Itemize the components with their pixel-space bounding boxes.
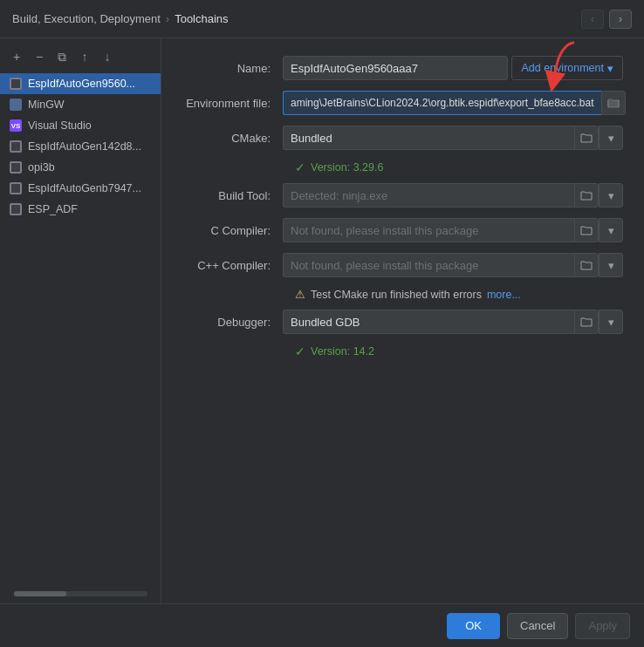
cpp-compiler-row: C++ Compiler: Not found, please install … <box>182 253 623 277</box>
add-toolchain-button[interactable]: + <box>7 47 26 66</box>
cmake-label: CMake: <box>182 132 283 145</box>
debugger-select-container: Bundled GDB ▾ <box>283 310 623 334</box>
vs-icon: VS <box>9 119 23 133</box>
env-file-row: Environment file: aming\JetBrains\CLion2… <box>182 91 623 115</box>
cmake-error-more-link[interactable]: more... <box>487 289 521 301</box>
name-field-container: Add environment ▾ <box>283 56 623 80</box>
env-file-folder-button[interactable] <box>601 91 626 115</box>
c-compiler-row: C Compiler: Not found, please install th… <box>182 218 623 242</box>
ok-button[interactable]: OK <box>447 613 500 639</box>
cpp-compiler-label: C++ Compiler: <box>182 259 283 272</box>
apply-button[interactable]: Apply <box>575 613 630 639</box>
debugger-version-row: ✓ Version: 14.2 <box>182 344 623 358</box>
back-button[interactable]: ‹ <box>581 10 604 29</box>
cancel-button[interactable]: Cancel <box>507 613 568 639</box>
build-tool-label: Build Tool: <box>182 189 283 202</box>
cmake-dropdown-button[interactable]: ▾ <box>599 126 623 150</box>
cmake-row: CMake: Bundled ▾ <box>182 126 623 150</box>
cmake-field-container: Bundled ▾ <box>283 126 623 150</box>
env-file-field-container: aming\JetBrains\CLion2024.2\org.btik.esp… <box>283 91 626 115</box>
env-file-label: Environment file: <box>182 97 283 110</box>
sidebar: + − ⧉ ↑ ↓ EspIdfAutoGen9560... <box>0 38 161 603</box>
forward-button[interactable]: › <box>609 10 632 29</box>
toolchain-icon-5 <box>9 202 23 216</box>
sidebar-toolbar: + − ⧉ ↑ ↓ <box>0 44 161 73</box>
sidebar-item-esp-adf[interactable]: ESP_ADF <box>0 199 161 220</box>
title-bar: Build, Execution, Deployment › Toolchain… <box>0 0 644 38</box>
build-tool-dropdown-button[interactable]: ▾ <box>599 183 623 208</box>
move-down-button[interactable]: ↓ <box>98 47 117 66</box>
build-tool-row: Build Tool: Detected: ninja.exe ▾ <box>182 183 623 208</box>
debugger-version-text: Version: 14.2 <box>311 345 374 358</box>
cmake-value[interactable]: Bundled <box>283 126 574 150</box>
sidebar-item-mingw[interactable]: MinGW <box>0 94 161 115</box>
cpp-compiler-select-container: Not found, please install this package ▾ <box>283 253 623 277</box>
cmake-error-text: Test CMake run finished with errors <box>311 289 482 301</box>
remove-toolchain-button[interactable]: − <box>30 47 49 66</box>
debugger-label: Debugger: <box>182 316 283 329</box>
cpp-compiler-value[interactable]: Not found, please install this package <box>283 253 574 277</box>
sidebar-item-espidf2[interactable]: EspIdfAutoGen142d8... <box>0 136 161 157</box>
debugger-version-check-icon: ✓ <box>295 344 305 358</box>
copy-toolchain-button[interactable]: ⧉ <box>52 47 72 66</box>
c-compiler-label: C Compiler: <box>182 224 283 237</box>
cmake-version-check-icon: ✓ <box>295 160 305 174</box>
build-tool-field-container: Detected: ninja.exe ▾ <box>283 183 623 208</box>
debugger-dropdown-button[interactable]: ▾ <box>599 310 623 334</box>
c-compiler-folder-button[interactable] <box>574 218 599 242</box>
breadcrumb-page: Toolchains <box>175 12 228 25</box>
mingw-icon <box>9 98 23 112</box>
debugger-row: Debugger: Bundled GDB ▾ <box>182 310 623 334</box>
main-layout: + − ⧉ ↑ ↓ EspIdfAutoGen9560... <box>0 38 644 603</box>
env-file-value[interactable]: aming\JetBrains\CLion2024.2\org.btik.esp… <box>283 91 601 115</box>
debugger-value[interactable]: Bundled GDB <box>283 310 574 334</box>
cmake-folder-button[interactable] <box>574 126 599 150</box>
cmake-version-row: ✓ Version: 3.29.6 <box>182 160 623 174</box>
cpp-compiler-dropdown-button[interactable]: ▾ <box>599 253 623 277</box>
sidebar-item-espidf1[interactable]: EspIdfAutoGen9560... <box>0 73 161 94</box>
toolchain-icon-4 <box>9 181 23 195</box>
cmake-error-warning-icon: ⚠ <box>295 288 305 301</box>
toolchain-icon-3 <box>9 160 23 174</box>
c-compiler-dropdown-button[interactable]: ▾ <box>599 218 623 242</box>
cmake-version-text: Version: 3.29.6 <box>311 161 383 174</box>
add-environment-button[interactable]: Add environment ▾ <box>511 56 623 80</box>
toolchain-icon <box>9 77 23 91</box>
dropdown-chevron-icon: ▾ <box>607 62 613 75</box>
build-tool-folder-button[interactable] <box>574 183 599 208</box>
name-label: Name: <box>182 62 283 75</box>
sidebar-item-vs[interactable]: VS Visual Studio <box>0 115 161 136</box>
cpp-compiler-field-container: Not found, please install this package ▾ <box>283 253 623 277</box>
name-row: Name: Add environment ▾ <box>182 56 623 80</box>
nav-buttons: ‹ › <box>581 10 632 29</box>
breadcrumb-section: Build, Execution, Deployment <box>12 12 161 25</box>
content-panel: Name: Add environment ▾ Environment file… <box>161 38 644 603</box>
debugger-field-container: Bundled GDB ▾ <box>283 310 623 334</box>
breadcrumb-separator: › <box>166 12 169 25</box>
env-file-select-container: aming\JetBrains\CLion2024.2\org.btik.esp… <box>283 91 626 115</box>
bottom-bar: OK Cancel Apply <box>0 603 644 647</box>
move-up-button[interactable]: ↑ <box>75 47 94 66</box>
debugger-folder-button[interactable] <box>574 310 599 334</box>
c-compiler-value[interactable]: Not found, please install this package <box>283 218 574 242</box>
name-input[interactable] <box>283 56 508 80</box>
sidebar-item-espidf3[interactable]: EspIdfAutoGenb7947... <box>0 178 161 199</box>
sidebar-scrollbar[interactable] <box>0 588 161 600</box>
cpp-compiler-folder-button[interactable] <box>574 253 599 277</box>
c-compiler-select-container: Not found, please install this package ▾ <box>283 218 623 242</box>
build-tool-select-container: Detected: ninja.exe ▾ <box>283 183 623 208</box>
sidebar-item-opi3b[interactable]: opi3b <box>0 157 161 178</box>
c-compiler-field-container: Not found, please install this package ▾ <box>283 218 623 242</box>
toolchain-icon-2 <box>9 140 23 153</box>
build-tool-value[interactable]: Detected: ninja.exe <box>283 183 574 208</box>
cmake-select-container: Bundled ▾ <box>283 126 623 150</box>
cmake-error-row: ⚠ Test CMake run finished with errors mo… <box>182 288 623 301</box>
